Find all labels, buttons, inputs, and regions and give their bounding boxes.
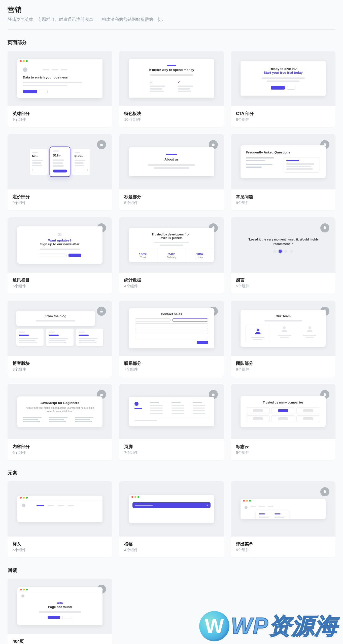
card-title: 弹出菜单 [236, 541, 330, 547]
svg-point-0 [256, 329, 259, 331]
card-preview [119, 384, 224, 439]
lock-icon [320, 223, 329, 232]
card-subtitle: 4个组件 [124, 284, 219, 289]
preview-logocloud-text: Trusted by many companies [246, 401, 320, 404]
card-subtitle: 3个组件 [13, 367, 107, 372]
card-title: CTA 部分 [236, 111, 330, 116]
preview-blog-text: From the blog [16, 314, 95, 318]
card-preview: 404 Page not found [8, 579, 112, 634]
preview-contact-text: Contact sales [135, 312, 208, 316]
component-card-cta[interactable]: Ready to dive in? Start your free trial … [231, 51, 335, 127]
card-title: 页脚 [124, 444, 219, 450]
card-subtitle: 9个组件 [13, 117, 107, 122]
card-subtitle: 5个组件 [124, 200, 219, 205]
card-preview: Ready to dive in? Start your free trial … [231, 51, 335, 106]
card-preview: Trusted by many companies [231, 384, 335, 439]
card-subtitle: 10 个组件 [124, 117, 219, 122]
lock-icon [320, 487, 329, 496]
component-card-feature[interactable]: A better way to spend money ✓✓ 特色板块 10 个… [119, 51, 224, 127]
card-preview: JavaScript for Beginners Aliquet nec orc… [8, 384, 112, 439]
card-title: 常见问题 [236, 194, 330, 200]
card-preview: Frequently Asked Questions [231, 134, 335, 189]
card-title: 通讯栏目 [13, 277, 107, 283]
card-title: 定价部分 [13, 194, 107, 200]
card-preview: Data to enrich your business [8, 51, 112, 106]
component-card-faq[interactable]: Frequently Asked Questions 常见问题 9个组件 [231, 134, 335, 210]
lock-icon [97, 140, 106, 149]
component-card-hero[interactable]: Data to enrich your business 英雄部分 9个组件 [8, 51, 112, 127]
card-subtitle: 7个组件 [124, 367, 219, 372]
card-preview: × [119, 481, 224, 537]
page-title: 营销 [8, 5, 335, 15]
component-card-team[interactable]: Our Team 团队部分 8个组件 [231, 301, 335, 377]
card-preview: Our Team [231, 301, 335, 356]
component-card-stats[interactable]: Trusted by developers fromover 80 planet… [119, 217, 224, 294]
card-preview: $9/m $19/m $109/y [8, 134, 112, 189]
component-card-flyout[interactable]: 弹出菜单 6个组件 [231, 481, 335, 557]
card-subtitle: 5个组件 [13, 548, 107, 552]
component-card-contact[interactable]: Contact sales 联系部分 7个组件 [119, 301, 224, 377]
card-title: 团队部分 [236, 360, 330, 366]
card-subtitle: 9个组件 [236, 200, 330, 205]
card-title: 标志云 [236, 444, 330, 450]
preview-newsletter-text1: Want updates? [23, 238, 96, 242]
card-preview: Contact sales [119, 301, 224, 356]
card-preview: From the blog [8, 301, 112, 356]
card-subtitle: 5个组件 [236, 284, 330, 289]
component-grid: 标头 5个组件 × 横幅 4个组件 弹出菜单 6个组件 [8, 481, 335, 557]
divider [8, 29, 335, 30]
component-card-logocloud[interactable]: Trusted by many companies 标志云 5个组件 [231, 384, 335, 460]
card-subtitle: 9个组件 [13, 200, 107, 205]
page-description: 登陆页面英雄、专题栏目、时事通讯注册表单——构建漂亮的营销网站所需的一切。 [8, 17, 335, 22]
card-title: 横幅 [124, 541, 219, 547]
preview-hero-text: Data to enrich your business [23, 75, 97, 79]
preview-newsletter-text2: Sign up to our newsletter [23, 242, 96, 246]
component-grid: Data to enrich your business 英雄部分 9个组件 A… [8, 51, 335, 460]
preview-cta-text1: Ready to dive in? [247, 67, 319, 71]
section-title: 元素 [8, 470, 335, 476]
preview-stats-title: Trusted by developers fromover 80 planet… [129, 233, 214, 240]
card-subtitle: 6个组件 [236, 548, 330, 552]
preview-content-body: Aliquet nec orci mattis amet quisque ull… [23, 406, 97, 413]
section-title: 回馈 [8, 567, 335, 574]
component-card-header[interactable]: 标头 5个组件 [8, 481, 112, 557]
card-title: 英雄部分 [13, 111, 107, 116]
component-card-blog[interactable]: From the blog 博客版块 3个组件 [8, 301, 112, 377]
card-title: 感言 [236, 277, 330, 283]
card-preview: ✉ Want updates? Sign up to our newslette… [8, 217, 112, 273]
component-card-pricing[interactable]: $9/m $19/m $109/y 定价部分 9个组件 [8, 134, 112, 210]
card-preview [8, 481, 112, 537]
card-subtitle: 8个组件 [236, 367, 330, 372]
component-card-footer[interactable]: 页脚 7个组件 [119, 384, 224, 460]
card-preview: A better way to spend money ✓✓ [119, 51, 224, 106]
component-card-banner[interactable]: × 横幅 4个组件 [119, 481, 224, 557]
component-card-newsletter[interactable]: ✉ Want updates? Sign up to our newslette… [8, 217, 112, 294]
preview-404-msg: Page not found [21, 605, 98, 609]
preview-testimonial-text: "Loved it the very moment I used it. Wou… [243, 237, 324, 246]
card-title: 联系部分 [124, 360, 219, 366]
card-title: 统计数据 [124, 277, 219, 283]
card-preview: Trusted by developers fromover 80 planet… [119, 217, 224, 273]
preview-heading-text: About us [135, 157, 208, 161]
svg-point-1 [283, 326, 286, 329]
card-subtitle: 6个组件 [13, 284, 107, 289]
svg-point-2 [308, 326, 311, 329]
lock-icon [97, 307, 106, 316]
card-title: 标题部分 [124, 194, 219, 200]
preview-404-code: 404 [21, 601, 98, 605]
component-card-content[interactable]: JavaScript for Beginners Aliquet nec orc… [8, 384, 112, 460]
card-preview [231, 481, 335, 537]
component-card-testi[interactable]: "Loved it the very moment I used it. Wou… [231, 217, 335, 294]
component-card-p404[interactable]: 404 Page not found 404页 6个组件 [8, 579, 112, 644]
component-grid: 404 Page not found 404页 6个组件 [8, 579, 335, 644]
card-subtitle: 6个组件 [13, 450, 107, 455]
card-subtitle: 5个组件 [236, 450, 330, 455]
card-preview: About us [119, 134, 224, 189]
preview-faq-text: Frequently Asked Questions [246, 150, 320, 154]
section-title: 页面部分 [8, 39, 335, 46]
card-preview: "Loved it the very moment I used it. Wou… [231, 217, 335, 273]
component-card-heading[interactable]: About us 标题部分 5个组件 [119, 134, 224, 210]
preview-content-title: JavaScript for Beginners [23, 401, 97, 405]
card-title: 内容部分 [13, 444, 107, 450]
preview-feature-text: A better way to spend money [135, 68, 208, 72]
